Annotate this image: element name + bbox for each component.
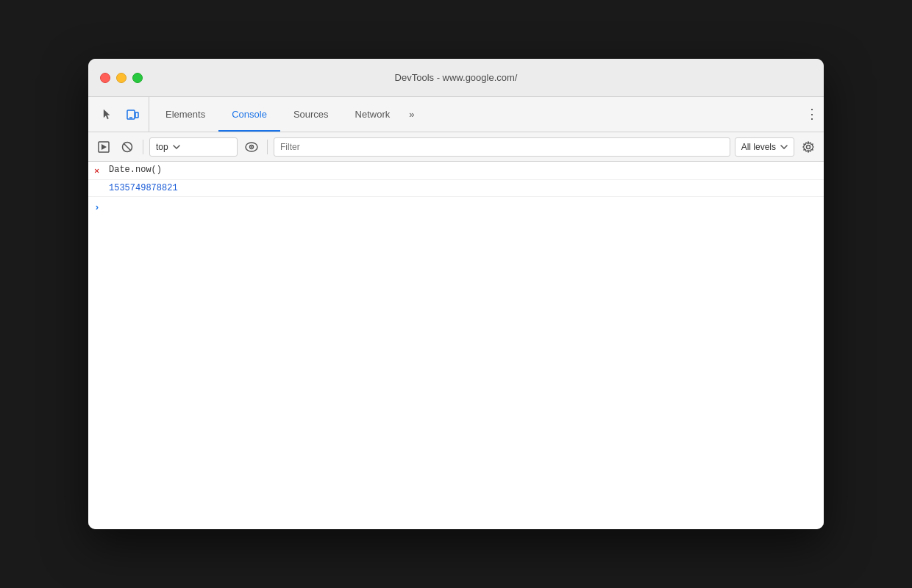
tab-icons [91,97,149,132]
eye-icon [245,142,258,152]
context-selector[interactable]: top [149,137,238,157]
console-command-entry: ✕ Date.now() [88,162,824,180]
chevron-down-icon [173,145,180,149]
tab-more[interactable]: » [403,97,420,132]
tab-spacer [421,97,800,132]
prompt-icon: › [94,202,100,213]
tab-elements[interactable]: Elements [152,97,218,132]
svg-rect-1 [135,112,138,118]
console-input[interactable] [104,202,818,212]
levels-label: All levels [741,142,776,152]
window-title: DevTools - www.google.com/ [395,72,518,83]
console-result-text: 1535749878821 [109,183,818,193]
tab-sources[interactable]: Sources [280,97,342,132]
filter-input-wrap [274,137,730,157]
title-bar: DevTools - www.google.com/ [88,59,824,97]
toolbar-divider [143,140,143,154]
gear-icon [802,141,814,153]
settings-button[interactable] [799,137,818,157]
traffic-lights [100,73,143,83]
device-mode-button[interactable] [122,104,143,125]
tab-bar: Elements Console Sources Network » ⋮ [88,97,824,132]
inspect-element-button[interactable] [97,104,118,125]
svg-line-6 [124,143,131,150]
console-input-row: › [88,197,824,218]
execute-button[interactable] [94,137,113,157]
svg-point-10 [807,145,811,148]
console-output[interactable]: ✕ Date.now() 1535749878821 › [88,162,824,529]
console-toolbar: top All levels [88,132,824,162]
devtools-window: DevTools - www.google.com/ Elements [88,59,824,529]
log-levels-selector[interactable]: All levels [735,137,794,157]
error-icon: ✕ [94,165,109,176]
clear-console-button[interactable] [118,137,137,157]
watch-expressions-button[interactable] [242,137,261,157]
tab-console[interactable]: Console [218,97,280,132]
console-command-text: Date.now() [109,165,818,175]
levels-chevron-icon [780,145,788,149]
tab-network[interactable]: Network [342,97,404,132]
maximize-button[interactable] [132,73,143,83]
console-result-entry: 1535749878821 [88,180,824,197]
minimize-button[interactable] [116,73,127,83]
context-value: top [156,142,168,152]
filter-input[interactable] [280,142,724,152]
devtools-menu-button[interactable]: ⋮ [800,97,824,132]
svg-point-9 [251,146,252,148]
toolbar-divider-2 [267,140,268,154]
close-button[interactable] [100,73,110,83]
svg-marker-4 [101,144,107,150]
result-indent [94,183,109,184]
